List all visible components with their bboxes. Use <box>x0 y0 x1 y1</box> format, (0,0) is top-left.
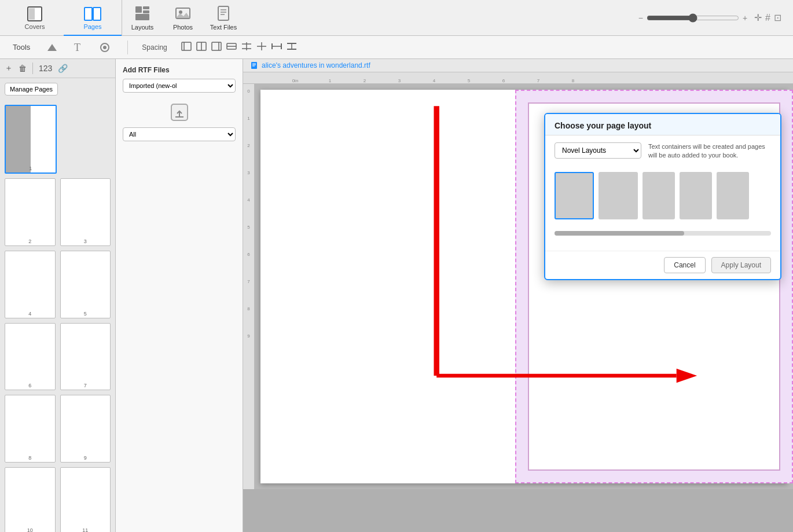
ruler-mark-6: 6 <box>486 78 521 83</box>
rtf-source-select[interactable]: Imported (new-ol <box>123 79 236 93</box>
page-thumb-1[interactable]: 1 <box>5 105 57 174</box>
page-thumb-8[interactable]: 8 <box>5 395 56 463</box>
left-panel: ＋ 🗑 123 🔗 Manage Pages 1 2 3 <box>0 59 116 532</box>
dialog-scrollbar-thumb[interactable] <box>555 231 684 236</box>
dialog-scrollbar[interactable] <box>555 231 771 236</box>
page-thumb-6[interactable]: 6 <box>5 323 56 391</box>
page-number-btn[interactable]: 123 <box>39 64 52 73</box>
ruler-horizontal: 0in 1 2 3 4 5 6 7 8 <box>243 72 793 84</box>
layout-thumb-3[interactable] <box>643 172 675 219</box>
pages-label: Pages <box>83 23 101 30</box>
svg-marker-11 <box>47 44 57 51</box>
svg-rect-15 <box>182 42 191 50</box>
svg-rect-7 <box>135 14 149 20</box>
spacing-icon-2[interactable] <box>196 42 207 53</box>
page-num-9: 9 <box>61 455 111 461</box>
fullscreen-icon[interactable]: ⊡ <box>774 12 781 23</box>
rtf-upload-btn[interactable] <box>123 97 236 127</box>
spacing-icon-4[interactable] <box>226 42 237 53</box>
text-tool-btn[interactable]: T <box>71 40 87 55</box>
zoom-out-icon[interactable]: − <box>638 13 643 23</box>
zoom-in-icon[interactable]: + <box>743 13 747 23</box>
page-row-1: 1 <box>5 105 111 174</box>
toolbar-photos-btn[interactable]: Photos <box>163 1 203 35</box>
ruler-v-2: 2 <box>247 143 249 148</box>
layout-thumb-4[interactable] <box>680 172 712 219</box>
toolbar-layouts-btn[interactable]: Layouts <box>122 1 163 35</box>
dialog-header: Choose your page layout <box>545 114 780 135</box>
page-row-2: 2 3 <box>5 178 111 246</box>
link-icon-btn[interactable] <box>96 40 113 55</box>
canvas-area[interactable]: alice's adventures in wonderland.rtf 0in… <box>243 59 793 532</box>
canvas-body: 0 1 2 3 4 5 6 7 8 9 <box>243 84 793 489</box>
layout-thumb-1[interactable] <box>555 172 594 219</box>
page-thumb-3[interactable]: 3 <box>60 178 111 246</box>
spacing-icon-7[interactable] <box>271 42 282 53</box>
choose-layout-dialog[interactable]: Choose your page layout Novel Layouts <box>544 113 781 280</box>
ruler-mark-2: 2 <box>347 78 382 83</box>
ruler-v-4: 4 <box>247 197 249 203</box>
page-thumb-11[interactable]: 11 <box>60 467 111 532</box>
page-thumb-5[interactable]: 5 <box>60 251 111 318</box>
tab-covers[interactable]: Covers <box>6 0 64 36</box>
svg-rect-1 <box>29 8 35 20</box>
dialog-top-row: Novel Layouts Text containers will be cr… <box>555 142 771 160</box>
page-thumb-9[interactable]: 9 <box>60 395 111 463</box>
cursor-icon[interactable]: ✛ <box>754 12 762 23</box>
rtf-panel-label: Add RTF Files <box>123 66 236 74</box>
layout-thumbs <box>555 167 771 224</box>
top-toolbar: Covers Pages Layouts Photos <box>0 0 793 36</box>
ruler-v-5: 5 <box>247 225 249 230</box>
svg-rect-2 <box>85 8 92 20</box>
rtf-filter-select[interactable]: All <box>123 127 236 141</box>
ruler-vertical: 0 1 2 3 4 5 6 7 8 9 <box>243 84 255 489</box>
ruler-mark-4: 4 <box>417 78 451 83</box>
spacing-icon-3[interactable] <box>211 42 222 53</box>
page-thumb-7[interactable]: 7 <box>60 323 111 391</box>
spacing-icon-5[interactable] <box>241 42 252 53</box>
page-num-5: 5 <box>61 311 111 317</box>
layout-thumb-2[interactable] <box>599 172 638 219</box>
tab-pages[interactable]: Pages <box>64 0 122 36</box>
zoom-slider[interactable] <box>647 13 739 23</box>
page-num-11: 11 <box>61 527 111 532</box>
delete-page-btn[interactable]: 🗑 <box>19 64 27 73</box>
layout-thumb-5[interactable] <box>717 172 749 219</box>
mountain-icon-btn[interactable] <box>43 41 61 54</box>
page-thumb-4[interactable]: 4 <box>5 251 56 318</box>
add-page-btn[interactable]: ＋ <box>5 63 13 74</box>
page-thumb-10[interactable]: 10 <box>5 467 56 532</box>
grid-icon[interactable]: # <box>765 13 770 23</box>
apply-layout-button[interactable]: Apply Layout <box>711 257 771 273</box>
tools-btn[interactable]: Tools <box>9 41 34 54</box>
page-num-8: 8 <box>5 455 55 461</box>
spacing-icon-6[interactable] <box>256 42 267 53</box>
covers-label: Covers <box>25 23 45 30</box>
page-num-4: 4 <box>5 311 55 317</box>
manage-pages-btn[interactable]: Manage Pages <box>5 83 58 96</box>
page-thumb-2[interactable]: 2 <box>5 178 56 246</box>
dialog-title: Choose your page layout <box>555 121 651 130</box>
svg-rect-19 <box>212 42 221 50</box>
file-tab: alice's adventures in wonderland.rtf <box>243 59 793 72</box>
cancel-button[interactable]: Cancel <box>664 257 705 273</box>
ruler-v-1: 1 <box>247 116 249 121</box>
layout-type-select[interactable]: Novel Layouts <box>555 142 641 159</box>
page-num-2: 2 <box>5 239 55 244</box>
dialog-description: Text containers will be created and page… <box>648 142 771 160</box>
ruler-mark-7: 7 <box>521 78 556 83</box>
layouts-label: Layouts <box>131 24 154 31</box>
left-top-bar: ＋ 🗑 123 🔗 <box>0 59 115 78</box>
tools-label: Tools <box>13 43 30 52</box>
toolbar-text-files-btn[interactable]: Text Files <box>203 1 244 35</box>
svg-rect-4 <box>135 6 142 13</box>
spacing-icons <box>181 42 297 53</box>
link-pages-btn[interactable]: 🔗 <box>58 64 68 73</box>
spacing-icon-1[interactable] <box>181 42 192 53</box>
main-area: ＋ 🗑 123 🔗 Manage Pages 1 2 3 <box>0 59 793 532</box>
spacing-icon-8[interactable] <box>287 42 297 53</box>
svg-rect-37 <box>251 62 257 69</box>
ruler-mark-1: 1 <box>313 78 347 83</box>
file-icon <box>250 61 258 69</box>
text-files-label: Text Files <box>210 24 237 31</box>
